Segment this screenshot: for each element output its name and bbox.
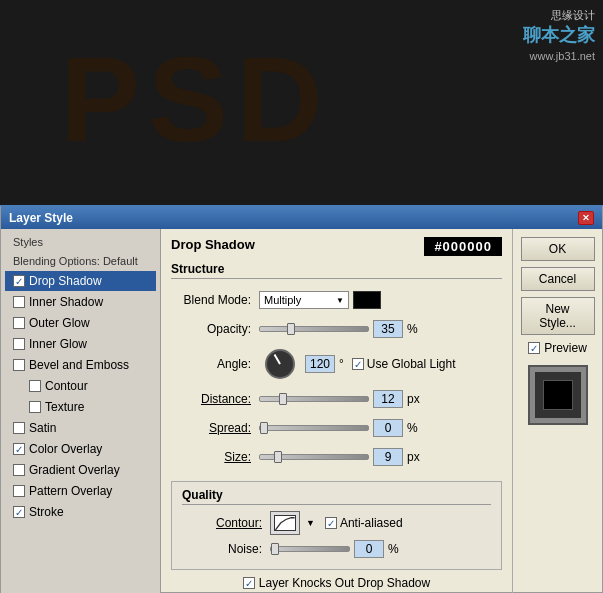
layer-knocks-out-label: Layer Knocks Out Drop Shadow bbox=[259, 576, 430, 590]
ok-button[interactable]: OK bbox=[521, 237, 595, 261]
layer-knocks-out-checkbox[interactable] bbox=[243, 577, 255, 589]
spread-row: Spread: % bbox=[171, 419, 502, 437]
preview-inner bbox=[535, 372, 581, 418]
dialog-titlebar: Layer Style ✕ bbox=[1, 207, 602, 229]
hex-color-label: #000000 bbox=[424, 237, 502, 256]
quality-title: Quality bbox=[182, 488, 491, 505]
sidebar-item-gradient-overlay[interactable]: Gradient Overlay bbox=[5, 460, 156, 480]
contour-row: Contour: ▼ Anti-aliased bbox=[182, 511, 491, 535]
outer-glow-checkbox[interactable] bbox=[13, 317, 25, 329]
drop-shadow-label: Drop Shadow bbox=[29, 274, 102, 288]
dialog-close-button[interactable]: ✕ bbox=[578, 211, 594, 225]
blend-mode-row: Blend Mode: Multiply ▼ bbox=[171, 291, 502, 309]
inner-shadow-checkbox[interactable] bbox=[13, 296, 25, 308]
sidebar-item-inner-glow[interactable]: Inner Glow bbox=[5, 334, 156, 354]
gradient-overlay-checkbox[interactable] bbox=[13, 464, 25, 476]
noise-unit: % bbox=[388, 542, 399, 556]
noise-slider[interactable] bbox=[270, 546, 350, 552]
size-unit: px bbox=[407, 450, 420, 464]
right-panel: OK Cancel New Style... Preview bbox=[512, 229, 602, 593]
angle-dial[interactable] bbox=[265, 349, 295, 379]
opacity-thumb[interactable] bbox=[287, 323, 295, 335]
section-title: Drop Shadow bbox=[171, 237, 255, 252]
styles-label: Styles bbox=[13, 236, 43, 248]
distance-slider[interactable] bbox=[259, 396, 369, 402]
sidebar-item-contour[interactable]: Contour bbox=[5, 376, 156, 396]
contour-checkbox[interactable] bbox=[29, 380, 41, 392]
preview-label: Preview bbox=[544, 341, 587, 355]
noise-input[interactable] bbox=[354, 540, 384, 558]
contour-inner bbox=[274, 515, 296, 531]
drop-shadow-checkbox[interactable] bbox=[13, 275, 25, 287]
contour-field-label: Contour: bbox=[182, 516, 262, 530]
anti-aliased-label: Anti-aliased bbox=[340, 516, 403, 530]
blending-label: Blending Options: Default bbox=[13, 255, 138, 267]
sidebar-item-satin[interactable]: Satin bbox=[5, 418, 156, 438]
spread-slider[interactable] bbox=[259, 425, 369, 431]
pattern-overlay-checkbox[interactable] bbox=[13, 485, 25, 497]
opacity-slider[interactable] bbox=[259, 326, 369, 332]
preview-area: PSD 思缘设计 聊本之家 www.jb31.net bbox=[0, 0, 603, 205]
blend-mode-dropdown[interactable]: Multiply ▼ bbox=[259, 291, 349, 309]
dialog-title: Layer Style bbox=[9, 211, 73, 225]
sidebar-item-pattern-overlay[interactable]: Pattern Overlay bbox=[5, 481, 156, 501]
sidebar-item-styles[interactable]: Styles bbox=[5, 233, 156, 251]
bevel-emboss-checkbox[interactable] bbox=[13, 359, 25, 371]
sidebar-item-blending[interactable]: Blending Options: Default bbox=[5, 252, 156, 270]
gradient-overlay-label: Gradient Overlay bbox=[29, 463, 120, 477]
blend-mode-value: Multiply bbox=[264, 294, 301, 306]
distance-row: Distance: px bbox=[171, 390, 502, 408]
contour-label: Contour bbox=[45, 379, 88, 393]
watermark-site: 聊本之家 bbox=[523, 23, 595, 48]
angle-input[interactable] bbox=[305, 355, 335, 373]
color-overlay-checkbox[interactable] bbox=[13, 443, 25, 455]
size-label: Size: bbox=[171, 450, 251, 464]
left-panel: Styles Blending Options: Default Drop Sh… bbox=[1, 229, 161, 593]
satin-checkbox[interactable] bbox=[13, 422, 25, 434]
structure-title: Structure bbox=[171, 262, 502, 279]
watermark-prefix: 思缘设计 bbox=[523, 8, 595, 23]
preview-checkbox[interactable] bbox=[528, 342, 540, 354]
opacity-input[interactable] bbox=[373, 320, 403, 338]
blend-color-swatch[interactable] bbox=[353, 291, 381, 309]
layer-knocks-out-row: Layer Knocks Out Drop Shadow bbox=[171, 576, 502, 590]
dialog-body: Styles Blending Options: Default Drop Sh… bbox=[1, 229, 602, 593]
size-slider[interactable] bbox=[259, 454, 369, 460]
bevel-emboss-label: Bevel and Emboss bbox=[29, 358, 129, 372]
spread-input[interactable] bbox=[373, 419, 403, 437]
use-global-light-checkbox[interactable] bbox=[352, 358, 364, 370]
distance-label: Distance: bbox=[171, 392, 251, 406]
sidebar-item-texture[interactable]: Texture bbox=[5, 397, 156, 417]
watermark-url: www.jb31.net bbox=[523, 49, 595, 64]
sidebar-item-bevel-emboss[interactable]: Bevel and Emboss bbox=[5, 355, 156, 375]
size-input[interactable] bbox=[373, 448, 403, 466]
contour-dropdown-arrow[interactable]: ▼ bbox=[306, 518, 315, 528]
distance-input[interactable] bbox=[373, 390, 403, 408]
inner-glow-checkbox[interactable] bbox=[13, 338, 25, 350]
opacity-unit: % bbox=[407, 322, 418, 336]
spread-unit: % bbox=[407, 421, 418, 435]
outer-glow-label: Outer Glow bbox=[29, 316, 90, 330]
contour-swatch[interactable] bbox=[270, 511, 300, 535]
use-global-light-row: Use Global Light bbox=[352, 357, 456, 371]
noise-thumb[interactable] bbox=[271, 543, 279, 555]
stroke-label: Stroke bbox=[29, 505, 64, 519]
distance-thumb[interactable] bbox=[279, 393, 287, 405]
watermark: 思缘设计 聊本之家 www.jb31.net bbox=[523, 8, 595, 64]
sidebar-item-drop-shadow[interactable]: Drop Shadow bbox=[5, 271, 156, 291]
sidebar-item-stroke[interactable]: Stroke bbox=[5, 502, 156, 522]
spread-thumb[interactable] bbox=[260, 422, 268, 434]
sidebar-item-outer-glow[interactable]: Outer Glow bbox=[5, 313, 156, 333]
preview-thumbnail bbox=[528, 365, 588, 425]
noise-row: Noise: % bbox=[182, 540, 491, 558]
size-thumb[interactable] bbox=[274, 451, 282, 463]
anti-aliased-checkbox[interactable] bbox=[325, 517, 337, 529]
sidebar-item-inner-shadow[interactable]: Inner Shadow bbox=[5, 292, 156, 312]
opacity-label: Opacity: bbox=[171, 322, 251, 336]
texture-checkbox[interactable] bbox=[29, 401, 41, 413]
stroke-checkbox[interactable] bbox=[13, 506, 25, 518]
new-style-button[interactable]: New Style... bbox=[521, 297, 595, 335]
sidebar-item-color-overlay[interactable]: Color Overlay bbox=[5, 439, 156, 459]
inner-shadow-label: Inner Shadow bbox=[29, 295, 103, 309]
cancel-button[interactable]: Cancel bbox=[521, 267, 595, 291]
